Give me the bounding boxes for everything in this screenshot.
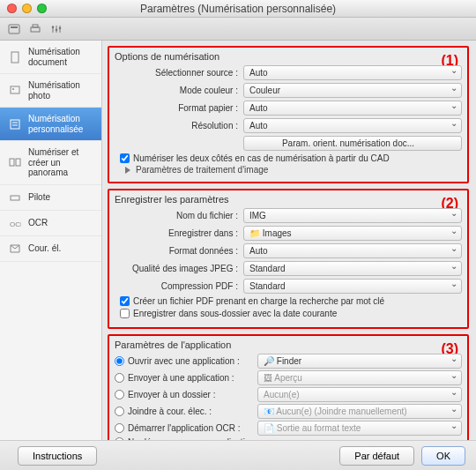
svg-point-7 xyxy=(52,26,55,28)
svg-rect-16 xyxy=(10,159,14,166)
svg-point-12 xyxy=(12,88,14,90)
svg-rect-17 xyxy=(16,159,20,166)
window-controls xyxy=(7,4,47,13)
group-title: Paramètres de l'application xyxy=(115,339,462,350)
duplex-label: Numériser les deux côtés en cas de numér… xyxy=(133,153,390,163)
ok-button[interactable]: OK xyxy=(421,446,465,466)
custom-icon xyxy=(7,118,23,131)
stitch-icon xyxy=(7,156,23,168)
group-title: Enregistrer les paramètres xyxy=(115,194,462,205)
attach-email-radio[interactable] xyxy=(115,407,124,416)
sidebar-item-label: Numériser et créer un panorama xyxy=(28,147,94,178)
footer: Instructions Par défaut OK xyxy=(0,440,476,470)
sidebar-item-driver[interactable]: Pilote xyxy=(0,185,101,211)
svg-text:OCR: OCR xyxy=(10,220,21,228)
group-save-settings: Enregistrer les paramètres (2) Nom du fi… xyxy=(108,189,469,329)
svg-rect-10 xyxy=(11,52,19,63)
color-mode-select[interactable]: Couleur xyxy=(243,83,462,98)
sidebar-item-label: Numérisation photo xyxy=(28,80,94,101)
svg-rect-11 xyxy=(11,86,19,93)
driver-icon xyxy=(7,191,23,204)
save-in-select[interactable]: 📁 Images xyxy=(243,226,462,241)
mail-icon xyxy=(7,242,23,255)
group-scan-options: Options de numérisation (1) Sélectionner… xyxy=(108,46,469,183)
svg-point-8 xyxy=(56,28,58,31)
group-title: Options de numérisation xyxy=(115,51,462,62)
filename-input[interactable] xyxy=(243,208,462,223)
window-title: Paramètres (Numérisation personnalisée) xyxy=(140,3,336,15)
sidebar-item-email[interactable]: Cour. él. xyxy=(0,236,101,262)
close-icon[interactable] xyxy=(7,4,17,13)
color-mode-label: Mode couleur : xyxy=(115,86,243,95)
photo-icon xyxy=(7,85,23,97)
start-ocr-radio[interactable] xyxy=(115,423,124,433)
main-panel: Options de numérisation (1) Sélectionner… xyxy=(102,41,476,440)
svg-rect-0 xyxy=(9,25,19,34)
duplex-checkbox[interactable] xyxy=(120,153,130,163)
no-app-label: Ne démarrez aucune application xyxy=(128,437,255,440)
start-ocr-select[interactable]: 📄 Sortie au format texte xyxy=(257,421,462,436)
filename-label: Nom du fichier : xyxy=(115,211,243,220)
sidebar: Numérisation document Numérisation photo… xyxy=(0,41,102,440)
sidebar-item-ocr[interactable]: OCR OCR xyxy=(0,211,101,236)
paper-size-select[interactable]: Auto xyxy=(243,101,462,116)
date-subfolder-checkbox[interactable] xyxy=(120,309,130,318)
source-label: Sélectionner source : xyxy=(115,68,243,78)
sidebar-item-label: Numérisation document xyxy=(28,47,94,67)
svg-point-9 xyxy=(59,26,62,29)
searchable-pdf-label: Créer un fichier PDF prenant en charge l… xyxy=(133,296,384,306)
searchable-pdf-checkbox[interactable] xyxy=(120,296,130,306)
disclosure-triangle-icon xyxy=(125,167,130,174)
save-in-label: Enregistrer dans : xyxy=(115,228,243,238)
sidebar-item-scan-custom[interactable]: Numérisation personnalisée xyxy=(0,108,101,141)
resolution-label: Résolution : xyxy=(115,121,243,131)
tab-scan-icon[interactable] xyxy=(7,22,21,36)
send-to-app-radio[interactable] xyxy=(115,373,124,383)
tab-sliders-icon[interactable] xyxy=(49,22,63,36)
source-select[interactable]: Auto xyxy=(243,65,462,80)
jpeg-quality-label: Qualité des images JPEG : xyxy=(115,264,243,273)
minimize-icon[interactable] xyxy=(22,4,32,13)
open-with-select[interactable]: 🔎 Finder xyxy=(257,354,462,369)
jpeg-quality-select[interactable]: Standard xyxy=(243,261,462,276)
sidebar-item-scan-stitch[interactable]: Numériser et créer un panorama xyxy=(0,141,101,185)
data-format-select[interactable]: Auto xyxy=(243,243,462,258)
document-icon xyxy=(7,51,23,63)
svg-rect-13 xyxy=(11,120,19,129)
send-to-app-label: Envoyer à une application : xyxy=(128,373,234,383)
send-to-folder-select[interactable]: Aucun(e) xyxy=(257,387,462,402)
pdf-compression-select[interactable]: Standard xyxy=(243,279,462,294)
advanced-label: Paramètres de traitement d'image xyxy=(136,165,268,175)
toolbar xyxy=(0,18,476,41)
titlebar: Paramètres (Numérisation personnalisée) xyxy=(0,0,476,18)
send-to-app-select[interactable]: 🖼 Aperçu xyxy=(257,370,462,385)
defaults-button[interactable]: Par défaut xyxy=(339,446,414,466)
no-app-radio[interactable] xyxy=(115,437,124,440)
settings-window: Paramètres (Numérisation personnalisée) … xyxy=(0,0,476,470)
svg-rect-3 xyxy=(33,25,38,27)
instructions-button[interactable]: Instructions xyxy=(18,446,97,466)
group-app-settings: Paramètres de l'application (3) Ouvrir a… xyxy=(108,334,469,440)
paper-size-label: Format papier : xyxy=(115,103,243,113)
svg-rect-18 xyxy=(11,196,19,200)
ocr-icon: OCR xyxy=(7,217,23,229)
date-subfolder-label: Enregistrer dans sous-dossier avec la da… xyxy=(133,309,337,318)
resolution-select[interactable]: Auto xyxy=(243,118,462,133)
sidebar-item-scan-photo[interactable]: Numérisation photo xyxy=(0,74,101,108)
advanced-disclosure[interactable]: Paramètres de traitement d'image xyxy=(125,165,462,175)
sidebar-item-label: Numérisation personnalisée xyxy=(28,114,94,134)
send-to-folder-radio[interactable] xyxy=(115,390,124,399)
attach-email-select[interactable]: 📧 Aucun(e) (Joindre manuellement) xyxy=(257,404,462,419)
zoom-icon[interactable] xyxy=(37,4,47,13)
open-with-radio[interactable] xyxy=(115,356,124,366)
data-format-label: Format données : xyxy=(115,246,243,256)
sidebar-item-label: OCR xyxy=(28,218,48,228)
tab-print-icon[interactable] xyxy=(28,22,42,36)
sidebar-item-label: Pilote xyxy=(28,192,50,203)
sidebar-item-scan-document[interactable]: Numérisation document xyxy=(0,41,101,74)
start-ocr-label: Démarrer l'application OCR : xyxy=(128,423,241,433)
svg-rect-1 xyxy=(11,26,18,28)
sidebar-item-label: Cour. él. xyxy=(28,243,61,254)
orientation-settings-button[interactable]: Param. orient. numérisation doc... xyxy=(243,136,462,151)
svg-rect-2 xyxy=(31,27,40,32)
